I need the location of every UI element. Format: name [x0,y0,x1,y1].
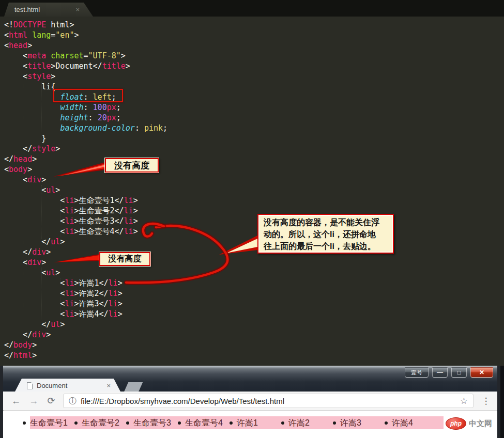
note-line: 动的。所以，这个li，还拼命地 [264,228,393,240]
code-line: </style> [4,144,167,154]
maximize-button[interactable]: □ [451,367,467,378]
code-editor[interactable]: test.html × <!DOCTYPE html><html lang="e… [0,0,504,367]
no-height-callout-top: 没有高度 [105,158,159,173]
rendered-list: 生命壹号1生命壹号2生命壹号3生命壹号4许嵩1许嵩2许嵩3许嵩4 [30,416,444,429]
callout-label: 没有高度 [109,254,142,264]
code-line: <div> [4,175,167,185]
page-icon [27,382,33,389]
code-line: <title>Document</title> [4,61,167,71]
code-line: <head> [4,40,167,51]
browser-toolbar: ← → ⟳ ⓘ file:///E:/Dropbox/smyhvae.com/D… [3,392,497,411]
list-item-label: 许嵩4 [392,418,413,427]
code-line: <style> [4,71,167,82]
menu-dots-icon[interactable]: ⋮ [480,396,492,406]
list-item: 生命壹号1 [30,416,82,429]
reload-icon[interactable]: ⟳ [45,395,57,406]
list-item-label: 许嵩3 [340,418,361,427]
rendered-page: 生命壹号1生命壹号2生命壹号3生命壹号4许嵩1许嵩2许嵩3许嵩4 php 中文网 [3,411,497,438]
code-line: } [4,133,167,144]
bullet-icon [23,421,26,425]
bullet-icon [126,421,129,425]
code-line: </ul> [4,237,167,247]
bullet-icon [281,421,284,425]
list-item: 许嵩4 [392,416,444,429]
php-logo: php [446,417,466,430]
callout-label: 没有高度 [114,160,149,171]
tab-close-icon[interactable]: × [75,6,80,13]
browser-title-bar: 壹号 — □ ✕ Document × [3,366,497,392]
code-line: <meta charset="UTF-8"> [4,51,167,61]
new-tab-button[interactable] [124,382,143,392]
code-line: </body> [4,340,167,350]
site-watermark: php 中文网 [446,417,492,430]
list-item-label: 许嵩2 [288,418,310,427]
list-item: 许嵩1 [237,416,288,429]
note-line: 往上面的最后一个li，去贴边。 [264,240,393,252]
editor-tab-bar: test.html × [0,0,504,17]
list-item-label: 生命壹号1 [30,418,68,427]
list-item-label: 许嵩1 [237,418,258,427]
address-bar[interactable]: ⓘ file:///E:/Dropbox/smyhvae.com/Develop… [63,394,474,408]
browser-tab-document[interactable]: Document × [14,379,121,393]
code-line: height: 20px; [4,113,167,123]
code-line: <ul> [4,268,167,278]
list-item-label: 生命壹号3 [133,418,171,427]
minimize-button[interactable]: — [432,367,448,378]
list-item: 许嵩3 [340,416,392,429]
list-item: 生命壹号3 [133,416,185,429]
list-item: 许嵩2 [288,416,340,429]
code-line: <li>生命壹号2</li> [4,206,167,216]
screenshot-root: test.html × <!DOCTYPE html><html lang="e… [0,0,504,438]
editor-tab-test-html[interactable]: test.html × [4,3,93,17]
forward-icon[interactable]: → [28,396,39,406]
code-line: <ul> [4,185,167,195]
editor-tab-label: test.html [14,6,40,13]
list-item-label: 生命壹号4 [185,418,223,427]
bullet-icon [230,421,233,425]
url-text[interactable]: file:///E:/Dropbox/smyhvae.com/Develop/W… [81,397,456,405]
explanation-note: 没有高度的容器，是不能关住浮 动的。所以，这个li，还拼命地 往上面的最后一个l… [257,214,394,254]
code-line: <html lang="en"> [4,30,167,40]
code-line: <li>许嵩3</li> [4,299,167,309]
tab-close-icon[interactable]: × [106,382,111,389]
login-button[interactable]: 壹号 [405,367,429,378]
close-button[interactable]: ✕ [470,367,493,378]
list-item-label: 生命壹号2 [82,418,119,427]
code-line: <li>许嵩4</li> [4,309,167,319]
code-line: </div> [4,330,167,340]
code-line: background-color: pink; [4,123,167,133]
page-info-icon[interactable]: ⓘ [69,396,77,406]
code-line: <li>生命壹号4</li> [4,226,167,237]
code-lines: <!DOCTYPE html><html lang="en"><head> <m… [4,20,167,361]
no-height-callout-bottom: 没有高度 [99,252,150,266]
code-line: width: 100px; [4,102,167,113]
code-line: <li>许嵩2</li> [4,288,167,299]
watermark-label: 中文网 [469,419,492,429]
browser-window: 壹号 — □ ✕ Document × ← → ⟳ ⓘ file:///E:/D… [0,366,500,438]
list-item: 生命壹号2 [82,416,133,429]
code-line: <li>生命壹号1</li> [4,195,167,206]
browser-tab-label: Document [37,382,106,389]
code-line: <!DOCTYPE html> [4,20,167,30]
bookmark-star-icon[interactable]: ☆ [460,396,468,406]
code-line: </ul> [4,319,167,330]
bullet-icon [385,421,388,425]
code-line: <li>许嵩1</li> [4,278,167,288]
note-line: 没有高度的容器，是不能关住浮 [264,216,393,228]
window-edge-gap [500,366,504,438]
bullet-icon [74,421,78,425]
bullet-icon [178,421,181,425]
bullet-icon [333,421,336,425]
back-icon[interactable]: ← [10,396,22,406]
code-line: </html> [4,350,167,361]
float-left-highlight-box [53,89,123,102]
list-item: 生命壹号4 [185,416,237,429]
code-line: <li>生命壹号3</li> [4,216,167,226]
